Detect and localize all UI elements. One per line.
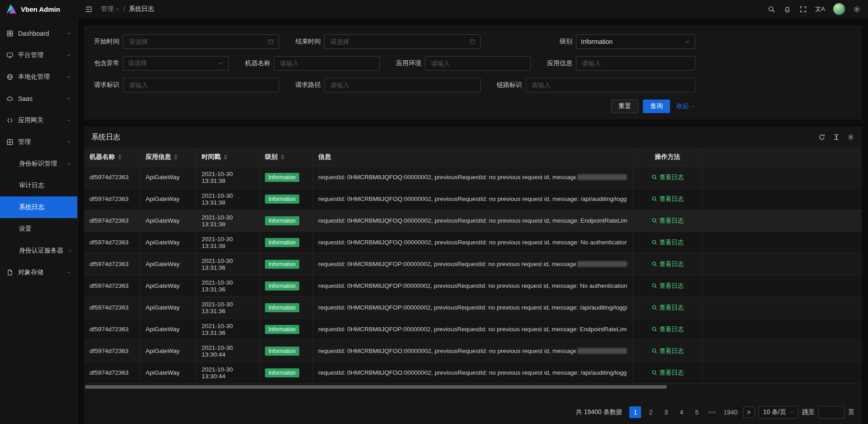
level-select-value: Information [581, 38, 681, 45]
view-log-link[interactable]: 查看日志 [651, 347, 684, 355]
sidebar-item-management[interactable]: 管理 [0, 131, 77, 153]
refresh-icon[interactable] [818, 133, 826, 141]
end-time-picker[interactable] [324, 34, 480, 49]
view-log-link[interactable]: 查看日志 [651, 173, 684, 181]
sidebar-item-object-storage[interactable]: 对象存储 [0, 262, 77, 283]
page-button-2[interactable]: 2 [645, 406, 656, 418]
view-log-link[interactable]: 查看日志 [651, 369, 684, 377]
avatar[interactable] [833, 3, 845, 15]
view-log-link[interactable]: 查看日志 [651, 260, 684, 268]
search-icon[interactable] [768, 5, 775, 13]
page-button-3[interactable]: 3 [660, 406, 672, 418]
sidebar-item-audit-log[interactable]: 审计日志 [0, 175, 77, 196]
table-header-bar: 系统日志 [84, 127, 862, 148]
next-page-button[interactable]: > [743, 406, 755, 418]
sidebar-item-saas[interactable]: Saas [0, 88, 77, 110]
page-jump-ellipsis[interactable]: ••• [706, 406, 718, 418]
field-machine-name: 机器名称 [242, 56, 393, 71]
sidebar-item-localization[interactable]: 本地化管理 [0, 66, 77, 88]
table-row: df5974d72363 ApiGateWay 2021-10-30 13:31… [84, 275, 862, 297]
machine-name-box[interactable] [274, 56, 380, 71]
chevron-down-icon [684, 38, 690, 45]
field-request-path: 请求路径 [292, 78, 494, 92]
menu-label: 审计日志 [19, 181, 44, 190]
app-info-box[interactable] [576, 56, 695, 71]
column-header-message: 信息 [313, 148, 633, 166]
cell-timestamp: 2021-10-30 13:30:44 [196, 362, 259, 383]
machine-name-input[interactable] [279, 59, 375, 67]
chevron-down-icon [790, 410, 794, 414]
trace-id-box[interactable] [526, 78, 695, 92]
cell-filler [703, 253, 862, 275]
sidebar-item-platform[interactable]: 平台管理 [0, 44, 77, 66]
bell-icon[interactable] [783, 5, 791, 13]
start-time-input[interactable] [128, 38, 265, 46]
page-button-5[interactable]: 5 [691, 406, 703, 418]
reset-button[interactable]: 重置 [611, 100, 638, 113]
fullscreen-icon[interactable] [799, 5, 807, 13]
field-label: 请求路径 [292, 81, 321, 89]
sidebar-item-dashboard[interactable]: Dashboard [0, 23, 77, 44]
cell-action: 查看日志 [633, 319, 703, 340]
request-id-input[interactable] [128, 81, 274, 89]
cell-filler [703, 232, 862, 253]
menu-label: 设置 [19, 225, 32, 233]
app-env-box[interactable] [425, 56, 531, 71]
column-settings-gear-icon[interactable] [847, 133, 854, 141]
page-button-last[interactable]: 1940 [722, 406, 739, 418]
sidebar-item-identity-management[interactable]: 身份标识管理 [0, 153, 77, 175]
scrollbar-thumb[interactable] [85, 385, 667, 389]
view-log-link[interactable]: 查看日志 [651, 282, 684, 290]
menu-label: Saas [18, 95, 33, 102]
level-select[interactable]: Information [576, 34, 695, 49]
column-header-time[interactable]: 时间戳 [196, 148, 259, 166]
row-height-icon[interactable] [833, 133, 840, 141]
exception-select[interactable]: 请选择 [123, 56, 229, 71]
app-env-input[interactable] [430, 59, 526, 67]
cell-message: requestId: 0HMCRBM8JQFOO:00000002, previ… [313, 362, 633, 383]
request-path-box[interactable] [324, 78, 480, 92]
column-header-level[interactable]: 级别 [259, 148, 313, 166]
request-id-box[interactable] [123, 78, 279, 92]
menu-fold-icon[interactable] [85, 5, 93, 13]
level-badge: Information [265, 347, 299, 356]
column-header-machine[interactable]: 机器名称 [84, 148, 140, 166]
collapse-link[interactable]: 收起 [676, 102, 695, 110]
cell-timestamp: 2021-10-30 13:31:36 [196, 319, 259, 340]
cell-message: requestId: 0HMCRBM8JQFOP:00000002, previ… [313, 253, 633, 275]
breadcrumb-parent[interactable]: 管理 [101, 5, 120, 13]
translate-icon[interactable]: 文A [815, 5, 825, 13]
sidebar-item-gateway[interactable]: 应用网关 [0, 110, 77, 131]
column-header-app[interactable]: 应用信息 [140, 148, 196, 166]
logo[interactable]: Vben Admin [0, 0, 77, 18]
redacted-blur [577, 174, 627, 180]
cell-machine-name: df5974d72363 [84, 297, 140, 318]
query-button[interactable]: 查询 [643, 100, 670, 113]
table-row: df5974d72363 ApiGateWay 2021-10-30 13:31… [84, 167, 862, 188]
view-log-link[interactable]: 查看日志 [651, 304, 684, 312]
trace-id-input[interactable] [531, 81, 690, 89]
sidebar-item-system-log[interactable]: 系统日志 [0, 196, 77, 218]
page-size-select[interactable]: 10 条/页 [759, 406, 798, 419]
request-path-input[interactable] [329, 81, 475, 89]
chevron-down-icon [68, 248, 72, 253]
search-icon [651, 370, 657, 376]
end-time-input[interactable] [329, 38, 466, 46]
view-log-link[interactable]: 查看日志 [651, 195, 684, 203]
page-button-1[interactable]: 1 [629, 406, 641, 418]
page-button-4[interactable]: 4 [675, 406, 687, 418]
cell-app-info: ApiGateWay [140, 275, 196, 296]
gear-icon[interactable] [853, 5, 861, 13]
view-log-link[interactable]: 查看日志 [651, 217, 684, 225]
app-info-input[interactable] [581, 59, 690, 67]
sidebar-item-auth-server[interactable]: 身份认证服务器 [0, 240, 77, 262]
start-time-picker[interactable] [123, 34, 279, 49]
view-log-link[interactable]: 查看日志 [651, 238, 684, 247]
search-icon [651, 239, 657, 245]
chevron-down-icon [115, 7, 120, 11]
sidebar-menu: Dashboard 平台管理 本地化管理 [0, 18, 77, 424]
table-row: df5974d72363 ApiGateWay 2021-10-30 13:31… [84, 232, 862, 253]
sidebar-item-settings[interactable]: 设置 [0, 218, 77, 240]
view-log-link[interactable]: 查看日志 [651, 325, 684, 333]
jump-page-input[interactable] [818, 406, 844, 419]
